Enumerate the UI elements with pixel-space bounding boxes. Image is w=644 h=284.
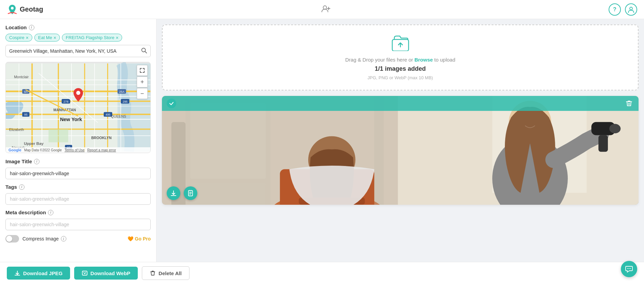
browse-link[interactable]: Browse bbox=[414, 57, 433, 63]
image-title-section: Image Title i bbox=[5, 158, 151, 179]
image-title-label: Image Title i bbox=[5, 158, 151, 164]
upload-count: 1/1 images added bbox=[375, 65, 426, 72]
svg-point-5 bbox=[630, 7, 632, 10]
svg-text:Montclair: Montclair bbox=[14, 75, 29, 79]
svg-point-66 bbox=[609, 124, 621, 133]
download-jpeg-button[interactable]: Download JPEG bbox=[7, 267, 70, 280]
svg-text:QUEENS: QUEENS bbox=[111, 114, 126, 118]
svg-line-7 bbox=[145, 51, 147, 53]
image-card-footer bbox=[167, 186, 197, 200]
remove-eatme-icon[interactable]: × bbox=[53, 35, 56, 40]
image-check-icon bbox=[167, 99, 176, 108]
compress-label: Compress Image i bbox=[22, 236, 66, 241]
left-panel: Location i Cospire × Eat Me × FREITAG Fl… bbox=[0, 19, 156, 262]
svg-rect-52 bbox=[49, 129, 68, 143]
logo-text: Geotag bbox=[20, 5, 43, 13]
map-zoom-out-button[interactable]: − bbox=[137, 88, 148, 99]
download-webp-button[interactable]: Download WebP bbox=[74, 267, 138, 280]
svg-point-81 bbox=[627, 268, 628, 269]
tag-chip-cospire[interactable]: Cospire × bbox=[5, 34, 32, 41]
bottom-bar: Download JPEG Download WebP Delete All bbox=[0, 262, 644, 284]
svg-text:BROOKLYN: BROOKLYN bbox=[91, 136, 112, 140]
image-card bbox=[162, 96, 639, 205]
map-report-link[interactable]: Report a map error bbox=[87, 148, 116, 152]
svg-point-1 bbox=[11, 7, 14, 10]
tags-label: Tags i bbox=[5, 184, 151, 190]
svg-point-55 bbox=[76, 91, 80, 95]
tags-input[interactable] bbox=[5, 193, 151, 205]
tag-chip-freitag[interactable]: FREITAG Flagship Store × bbox=[62, 34, 122, 41]
location-search-row bbox=[5, 45, 151, 57]
map-data-label: Map Data ©2022 Google bbox=[24, 148, 62, 152]
svg-text:278: 278 bbox=[64, 100, 69, 103]
tag-chip-eatme[interactable]: Eat Me × bbox=[34, 34, 60, 41]
logo[interactable]: Geotag bbox=[7, 4, 43, 15]
tags-info-icon[interactable]: i bbox=[19, 184, 24, 190]
map-terms-link[interactable]: Terms of Use bbox=[65, 148, 85, 152]
meta-info-icon[interactable]: i bbox=[48, 210, 53, 215]
map-background: Montclair Elizabeth Newark Newark 9A 25A… bbox=[6, 62, 150, 153]
remove-cospire-icon[interactable]: × bbox=[26, 35, 29, 40]
image-title-input[interactable] bbox=[5, 168, 151, 179]
svg-text:25A: 25A bbox=[119, 90, 125, 94]
svg-text:495: 495 bbox=[105, 113, 111, 116]
svg-text:295: 295 bbox=[122, 100, 128, 103]
svg-rect-72 bbox=[190, 103, 266, 179]
map-controls: + − bbox=[137, 65, 148, 99]
right-panel: Drag & Drop your files here or Browse to… bbox=[156, 19, 644, 262]
meta-input[interactable] bbox=[5, 219, 151, 230]
delete-all-button[interactable]: Delete All bbox=[142, 266, 189, 280]
add-person-icon[interactable] bbox=[321, 4, 331, 15]
upload-text: Drag & Drop your files here or Browse to… bbox=[345, 57, 456, 63]
delete-all-icon bbox=[150, 270, 156, 276]
chat-button[interactable] bbox=[621, 261, 637, 277]
svg-rect-75 bbox=[374, 96, 384, 205]
help-button[interactable]: ? bbox=[609, 3, 621, 16]
header-center bbox=[321, 4, 331, 15]
location-search-input[interactable] bbox=[9, 48, 138, 54]
svg-point-82 bbox=[629, 268, 629, 269]
svg-text:Upper Bay: Upper Bay bbox=[24, 141, 44, 146]
map-container[interactable]: Montclair Elizabeth Newark Newark 9A 25A… bbox=[5, 62, 151, 153]
toggle-thumb bbox=[6, 236, 12, 242]
image-title-info-icon[interactable]: i bbox=[34, 159, 39, 164]
header: Geotag ? bbox=[0, 0, 644, 19]
map-expand-button[interactable] bbox=[137, 65, 148, 76]
file-icon-button[interactable] bbox=[184, 186, 197, 200]
map-zoom-in-button[interactable]: + bbox=[137, 77, 148, 87]
svg-text:New York: New York bbox=[60, 117, 82, 122]
search-icon[interactable] bbox=[141, 47, 147, 55]
upload-area[interactable]: Drag & Drop your files here or Browse to… bbox=[162, 24, 639, 90]
delete-image-button[interactable] bbox=[624, 99, 634, 108]
google-logo: Google bbox=[9, 148, 21, 152]
map-marker bbox=[73, 88, 83, 103]
location-tags: Cospire × Eat Me × FREITAG Flagship Stor… bbox=[5, 34, 151, 41]
location-info-icon[interactable]: i bbox=[29, 25, 34, 30]
user-avatar[interactable] bbox=[625, 3, 637, 16]
compress-row: × Compress Image i 🧡 Go Pro bbox=[5, 235, 151, 243]
upload-icon bbox=[392, 35, 409, 54]
remove-freitag-icon[interactable]: × bbox=[116, 35, 118, 40]
tags-section: Tags i bbox=[5, 184, 151, 205]
upload-hint: JPG, PNG or WebP (max 10 MB) bbox=[367, 75, 433, 80]
location-label: Location i bbox=[5, 24, 151, 30]
svg-rect-80 bbox=[82, 271, 87, 275]
download-webp-icon bbox=[82, 270, 88, 276]
svg-rect-65 bbox=[598, 135, 608, 152]
meta-section: Meta description i bbox=[5, 210, 151, 230]
map-footer: Google Map Data ©2022 Google Terms of Us… bbox=[6, 147, 150, 153]
download-jpeg-icon bbox=[14, 270, 20, 276]
svg-text:Elizabeth: Elizabeth bbox=[9, 128, 24, 132]
logo-icon bbox=[7, 4, 18, 15]
svg-rect-73 bbox=[190, 183, 266, 205]
location-section: Location i Cospire × Eat Me × FREITAG Fl… bbox=[5, 24, 151, 57]
go-pro-button[interactable]: 🧡 Go Pro bbox=[128, 236, 151, 241]
main-layout: Location i Cospire × Eat Me × FREITAG Fl… bbox=[0, 19, 644, 262]
image-card-header bbox=[162, 96, 639, 111]
compress-toggle[interactable]: × bbox=[5, 235, 19, 243]
compress-info-icon[interactable]: i bbox=[61, 236, 66, 241]
image-preview bbox=[162, 96, 639, 205]
header-right: ? bbox=[609, 3, 637, 16]
download-icon-button[interactable] bbox=[167, 186, 180, 200]
chat-icon bbox=[625, 265, 633, 273]
